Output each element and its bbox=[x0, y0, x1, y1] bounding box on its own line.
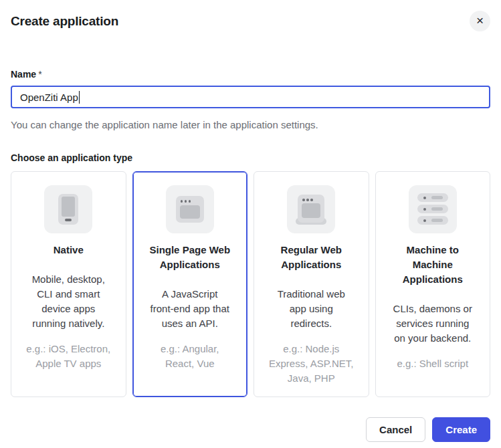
text-caret bbox=[79, 91, 80, 104]
modal-footer: Cancel Create bbox=[11, 417, 490, 442]
card-examples: e.g.: Shell script bbox=[384, 356, 482, 371]
name-label-text: Name bbox=[11, 69, 36, 80]
card-examples: e.g.: Node.js Express, ASP.NET, Java, PH… bbox=[262, 342, 361, 386]
application-type-label: Choose an application type bbox=[11, 152, 490, 163]
card-description: CLIs, daemons or services running on you… bbox=[384, 302, 482, 346]
app-type-grid: Native Mobile, desktop, CLI and smart de… bbox=[11, 171, 490, 397]
card-title: Machine to Machine Applications bbox=[384, 243, 482, 287]
create-button[interactable]: Create bbox=[432, 417, 490, 442]
app-type-card-native[interactable]: Native Mobile, desktop, CLI and smart de… bbox=[11, 171, 126, 397]
card-title: Native bbox=[19, 243, 118, 257]
card-title: Regular Web Applications bbox=[262, 243, 361, 272]
card-description: A JavaScript front-end app that uses an … bbox=[141, 287, 239, 331]
card-examples: e.g.: iOS, Electron, Apple TV apps bbox=[19, 342, 118, 371]
page-title: Create application bbox=[11, 14, 118, 29]
server-stack-icon bbox=[409, 185, 457, 233]
modal-header: Create application × bbox=[11, 0, 490, 31]
name-input-value: OpenZiti App bbox=[20, 92, 78, 103]
required-asterisk: * bbox=[38, 69, 41, 80]
name-input[interactable]: OpenZiti App bbox=[11, 86, 490, 108]
close-icon: × bbox=[476, 14, 484, 27]
helper-text: You can change the application name late… bbox=[11, 119, 490, 130]
name-label: Name* bbox=[11, 69, 490, 80]
app-type-card-regular-web[interactable]: Regular Web Applications Traditional web… bbox=[254, 171, 369, 397]
browser-window-icon bbox=[166, 185, 214, 233]
app-type-card-m2m[interactable]: Machine to Machine Applications CLIs, da… bbox=[375, 171, 491, 397]
app-type-card-spa[interactable]: Single Page Web Applications A JavaScrip… bbox=[132, 171, 248, 397]
card-description: Traditional web app using redirects. bbox=[262, 287, 361, 331]
card-description: Mobile, desktop, CLI and smart device ap… bbox=[19, 272, 118, 331]
create-application-modal: Create application × Name* OpenZiti App … bbox=[0, 0, 501, 448]
cancel-button[interactable]: Cancel bbox=[366, 417, 425, 442]
card-examples: e.g.: Angular, React, Vue bbox=[141, 342, 239, 371]
mobile-phone-icon bbox=[44, 185, 92, 233]
close-button[interactable]: × bbox=[470, 11, 490, 31]
desktop-browser-icon bbox=[287, 185, 335, 233]
card-title: Single Page Web Applications bbox=[141, 243, 239, 272]
